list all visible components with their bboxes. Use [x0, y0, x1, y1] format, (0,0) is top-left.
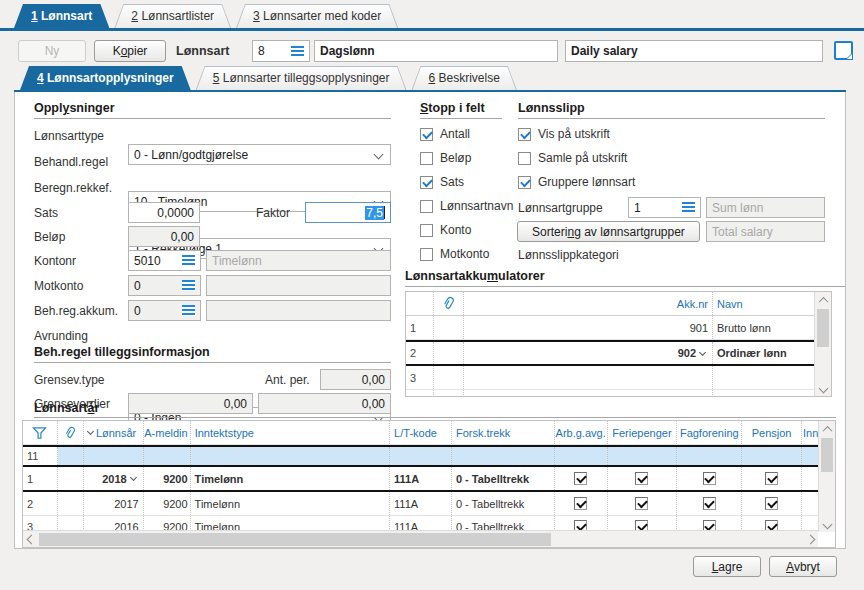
checkbox-samle-pa-utskrift[interactable]: Samle på utskrift — [518, 151, 627, 165]
sats-input[interactable]: 0,0000 — [128, 202, 200, 223]
akkumulator-row-active[interactable]: 2 902 Ordinær lønn — [406, 340, 814, 366]
lonnsartaar-row[interactable]: 2 2017 9200 Timelønn 111A 0 - Tabelltrek… — [23, 492, 818, 516]
arb-g-avg-checkbox[interactable] — [574, 472, 587, 485]
scroll-thumb[interactable] — [39, 533, 551, 546]
checkbox[interactable] — [518, 176, 531, 189]
pensjon-column-header[interactable]: Pensjon — [742, 421, 802, 444]
akkumulator-row[interactable]: 1 901 Brutto lønn — [406, 316, 814, 340]
inntektstype-column-header[interactable]: Inntektstype — [191, 421, 390, 444]
feriepenger-column-header[interactable]: Feriepenger — [608, 421, 678, 444]
save-button[interactable]: Lagre — [693, 556, 761, 577]
lonnsartaar-row-active[interactable]: 1 2018 9200 Timelønn 111A 0 - Tabelltrek… — [23, 467, 818, 492]
scroll-thumb[interactable] — [821, 438, 833, 472]
note-icon[interactable] — [834, 41, 853, 60]
kontonr-input[interactable]: 5010 — [128, 250, 201, 271]
sortering-lonnsartgrupper-button[interactable]: Sortering av lønnsartgrupper — [517, 221, 700, 242]
scroll-up-icon[interactable] — [818, 296, 828, 306]
checkbox[interactable] — [420, 224, 433, 237]
arb-g-avg-column-header[interactable]: Arb.g.avg. — [555, 421, 608, 444]
lonnsartaar-hscrollbar[interactable] — [23, 530, 818, 547]
lonnsartaar-row-selected[interactable]: 11 — [23, 445, 818, 467]
akkumulator-row[interactable]: 3 — [406, 366, 814, 390]
tab-lonnsart[interactable]: 1 Lønnsart — [14, 4, 109, 28]
scroll-right-icon[interactable] — [805, 534, 815, 544]
akkumulator-row[interactable]: 4 — [406, 390, 814, 397]
beh-reg-akkum-input: 0 — [128, 300, 201, 321]
checkbox[interactable] — [420, 176, 433, 189]
checkbox[interactable] — [420, 152, 433, 165]
tab-lonnsarter-med-koder[interactable]: 3 Lønnsarter med koder — [236, 4, 398, 28]
checkbox-motkonto[interactable]: Motkonto — [420, 247, 489, 261]
divider — [34, 417, 836, 418]
faktor-label: Faktor — [256, 206, 290, 220]
feriepenger-checkbox[interactable] — [635, 497, 648, 510]
tab-lonnsartlister[interactable]: 2 Lønnsartlister — [114, 4, 231, 28]
checkbox-konto[interactable]: Konto — [420, 223, 471, 237]
checkbox-vis-pa-utskrift[interactable]: Vis på utskrift — [518, 127, 610, 141]
checkbox[interactable] — [420, 248, 433, 261]
lonnsart-code-input[interactable]: 8 — [252, 40, 310, 62]
faktor-input[interactable]: 7,5 — [305, 202, 391, 223]
chevron-down-icon[interactable] — [699, 348, 706, 355]
lonnsart-name-input[interactable]: Dagslønn — [314, 40, 558, 62]
attachment-column-header[interactable] — [434, 292, 464, 315]
checkbox[interactable] — [518, 128, 531, 141]
checkbox-antall[interactable]: Antall — [420, 127, 470, 141]
navn-column-header[interactable]: Navn — [713, 292, 814, 315]
lonnsarttype-select[interactable]: 0 - Lønn/godtgjørelse — [128, 144, 391, 165]
checkbox[interactable] — [420, 200, 433, 213]
tab-label: Lønnsarter med koder — [260, 9, 381, 23]
lt-kode-column-header[interactable]: L/T-kode — [390, 421, 452, 444]
lookup-list-icon[interactable] — [182, 305, 195, 316]
checkbox-label: Antall — [440, 127, 470, 141]
amelding-column-header[interactable]: A-meldin — [144, 421, 191, 444]
forsk-trekk-column-header[interactable]: Forsk.trekk — [452, 421, 555, 444]
lonnsartgruppe-input[interactable]: 1 — [628, 197, 701, 218]
checkbox-lonnsartnavn[interactable]: Lønnsartnavn — [420, 199, 513, 213]
lonnsartaar-table: Lønnsår A-meldin Inntektstype L/T-kode F… — [22, 420, 836, 548]
tab-beskrivelse[interactable]: 6 Beskrivelse — [411, 66, 516, 90]
pensjon-checkbox[interactable] — [765, 497, 778, 510]
akknr-column-header[interactable]: Akk.nr — [464, 292, 713, 315]
chevron-down-icon[interactable] — [130, 474, 137, 481]
lonnsartaar-vscrollbar[interactable] — [818, 421, 835, 532]
inn-column-header[interactable]: Inn — [802, 421, 818, 444]
lonnsarttype-label: Lønnsarttype — [34, 129, 104, 143]
tab-tilleggsopplysninger[interactable]: 5 Lønnsarter tilleggsopplysninger — [196, 66, 407, 90]
arb-g-avg-checkbox[interactable] — [574, 497, 587, 510]
scroll-down-icon[interactable] — [818, 383, 828, 393]
filter-button[interactable] — [23, 421, 58, 444]
copy-button[interactable]: Kopier — [94, 40, 166, 62]
attachment-column-header[interactable] — [58, 421, 84, 444]
checkbox-sats[interactable]: Sats — [420, 175, 464, 189]
pensjon-checkbox[interactable] — [765, 472, 778, 485]
main-tab-strip: 1 Lønnsart 2 Lønnsartlister 3 Lønnsarter… — [14, 4, 398, 28]
scroll-thumb[interactable] — [817, 309, 829, 347]
lookup-list-icon[interactable] — [182, 280, 195, 291]
lookup-list-icon[interactable] — [182, 255, 195, 266]
tab-lonnsartopplysninger[interactable]: 4 Lønnsartopplysninger — [20, 66, 191, 90]
lonnsar-column-header[interactable]: Lønnsår — [84, 421, 144, 444]
checkbox[interactable] — [518, 152, 531, 165]
fagforening-column-header[interactable]: Fagforening — [677, 421, 742, 444]
lonnsartgruppe-label: Lønnsartgruppe — [518, 201, 603, 215]
feriepenger-checkbox[interactable] — [635, 472, 648, 485]
checkbox-label: Gruppere lønnsart — [538, 175, 635, 189]
scroll-down-icon[interactable] — [822, 519, 832, 529]
checkbox-label: Samle på utskrift — [538, 151, 627, 165]
scroll-left-icon[interactable] — [26, 534, 36, 544]
checkbox[interactable] — [420, 128, 433, 141]
lookup-list-icon[interactable] — [682, 202, 695, 213]
cancel-button[interactable]: Avbryt — [769, 556, 837, 577]
checkbox-belop[interactable]: Beløp — [420, 151, 471, 165]
lonnsart-english-name-input[interactable]: Daily salary — [565, 40, 823, 62]
checkbox-label: Vis på utskrift — [538, 127, 610, 141]
scroll-up-icon[interactable] — [822, 425, 832, 435]
checkbox-gruppere-lonnsart[interactable]: Gruppere lønnsart — [518, 175, 635, 189]
akkumulator-vscrollbar[interactable] — [814, 292, 831, 396]
behandl-regel-label: Behandl.regel — [34, 155, 108, 169]
lookup-list-icon[interactable] — [291, 46, 304, 57]
fagforening-checkbox[interactable] — [703, 472, 716, 485]
text-caret — [384, 206, 385, 219]
fagforening-checkbox[interactable] — [703, 497, 716, 510]
